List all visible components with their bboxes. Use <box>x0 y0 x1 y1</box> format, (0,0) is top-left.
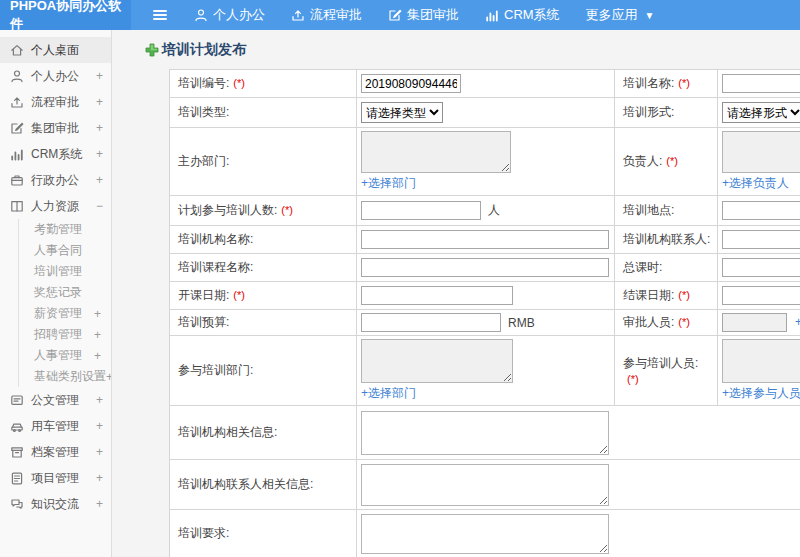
sidebar-item-label: 公文管理 <box>31 392 79 409</box>
sidebar-item-基础类别设置[interactable]: 基础类别设置+ <box>18 366 111 387</box>
required-mark: (*) <box>233 77 245 89</box>
training-number-field-cell <box>357 70 615 98</box>
training-requirements-label: 培训要求: <box>170 510 357 557</box>
expand-plus-icon: + <box>94 307 101 321</box>
form-row: 培训机构相关信息: <box>170 406 800 460</box>
sidebar-item-行政办公[interactable]: 行政办公+ <box>0 167 111 193</box>
training-name-input[interactable] <box>722 74 800 93</box>
participating-departments-picker-link[interactable]: +选择部门 <box>361 385 416 402</box>
nav-item-集团审批[interactable]: 集团审批 <box>375 0 472 30</box>
sidebar-item-知识交流[interactable]: 知识交流+ <box>0 491 111 517</box>
form-row: 培训机构联系人相关信息: <box>170 460 800 510</box>
approver-picker-link[interactable]: +选择审批人员 <box>795 315 800 329</box>
host-department-field-cell: +选择部门 <box>357 128 615 196</box>
training-location-label: 培训地点: <box>615 196 718 226</box>
form-row: 培训编号:(*)培训名称:(*) <box>170 70 800 98</box>
sidebar-item-人力资源[interactable]: 人力资源− <box>0 193 111 219</box>
sidebar-item-用车管理[interactable]: 用车管理+ <box>0 413 111 439</box>
org-name-field-cell <box>357 226 615 254</box>
form-row: 培训课程名称:总课时: <box>170 254 800 282</box>
course-name-label: 培训课程名称: <box>170 254 357 282</box>
expand-plus-icon: + <box>96 393 103 407</box>
training-type-select[interactable]: 请选择类型 <box>361 102 443 123</box>
sidebar-item-个人办公[interactable]: 个人办公+ <box>0 63 111 89</box>
budget-field-cell: RMB <box>357 310 615 336</box>
sidebar-item-档案管理[interactable]: 档案管理+ <box>0 439 111 465</box>
training-location-input[interactable] <box>722 201 800 220</box>
start-date-input[interactable] <box>361 286 513 305</box>
sidebar-item-个人桌面[interactable]: 个人桌面 <box>0 37 111 63</box>
training-location-field-cell <box>718 196 800 226</box>
flow-icon <box>10 95 24 109</box>
org-contact-input[interactable] <box>722 230 800 249</box>
training-form-select[interactable]: 请选择形式 <box>722 102 800 123</box>
budget-unit-label: RMB <box>508 316 535 330</box>
org-info-label: 培训机构相关信息: <box>170 406 357 460</box>
sidebar-item-培训管理[interactable]: 培训管理 <box>18 261 111 282</box>
planned-participants-input[interactable] <box>361 201 481 220</box>
participants-textarea[interactable] <box>722 339 800 383</box>
total-hours-label: 总课时: <box>615 254 718 282</box>
edit-icon <box>388 8 402 22</box>
briefcase-icon <box>10 173 24 187</box>
leader-textarea[interactable] <box>722 131 800 173</box>
end-date-input[interactable] <box>722 286 800 305</box>
expand-plus-icon: + <box>96 147 103 161</box>
leader-picker-link[interactable]: +选择负责人 <box>722 175 789 192</box>
sidebar-item-label: 个人桌面 <box>31 42 79 59</box>
training-requirements-textarea[interactable] <box>361 514 609 554</box>
sidebar-item-label: 招聘管理 <box>34 326 82 343</box>
sidebar-item-label: 档案管理 <box>31 444 79 461</box>
org-name-label: 培训机构名称: <box>170 226 357 254</box>
approver-input[interactable] <box>722 313 787 332</box>
total-hours-input[interactable] <box>722 258 800 277</box>
expand-plus-icon: + <box>96 471 103 485</box>
sidebar-item-流程审批[interactable]: 流程审批+ <box>0 89 111 115</box>
main-content: 培训计划发布 培训编号:(*)培训名称:(*)培训类型:请选择类型培训形式:请选… <box>112 30 800 557</box>
nav-item-更多应用[interactable]: 更多应用▼ <box>573 0 668 30</box>
org-name-input[interactable] <box>361 230 609 249</box>
hamburger-menu-icon[interactable] <box>131 0 181 30</box>
sidebar-item-人事管理[interactable]: 人事管理+ <box>18 345 111 366</box>
course-name-input[interactable] <box>361 258 609 277</box>
course-name-field-cell <box>357 254 615 282</box>
org-contact-field-cell <box>718 226 800 254</box>
sidebar-item-人事合同[interactable]: 人事合同 <box>18 240 111 261</box>
budget-input[interactable] <box>361 313 501 332</box>
planned-participants-field-cell: 人 <box>357 196 615 226</box>
org-contact-info-label: 培训机构联系人相关信息: <box>170 460 357 510</box>
participating-departments-textarea[interactable] <box>361 339 513 383</box>
sidebar-item-薪资管理[interactable]: 薪资管理+ <box>18 303 111 324</box>
sidebar-item-label: 流程审批 <box>31 94 79 111</box>
sidebar-item-集团审批[interactable]: 集团审批+ <box>0 115 111 141</box>
org-info-textarea[interactable] <box>361 411 609 455</box>
sidebar-item-奖惩记录[interactable]: 奖惩记录 <box>18 282 111 303</box>
expand-plus-icon: + <box>96 497 103 511</box>
nav-item-label: 流程审批 <box>310 6 362 24</box>
expand-plus-icon: + <box>96 419 103 433</box>
participants-picker-link[interactable]: +选择参与人员 <box>722 385 800 402</box>
nav-item-个人办公[interactable]: 个人办公 <box>181 0 278 30</box>
training-number-input[interactable] <box>361 74 461 93</box>
nav-item-CRM系统[interactable]: CRM系统 <box>472 0 573 30</box>
form-row: 主办部门:+选择部门负责人:(*)+选择负责人 <box>170 128 800 196</box>
sidebar: 个人桌面个人办公+流程审批+集团审批+CRM系统+行政办公+人力资源−考勤管理人… <box>0 30 112 557</box>
collapse-minus-icon: − <box>96 199 103 213</box>
expand-plus-icon: + <box>96 173 103 187</box>
host-department-picker-link[interactable]: +选择部门 <box>361 175 416 192</box>
sidebar-item-项目管理[interactable]: 项目管理+ <box>0 465 111 491</box>
nav-item-流程审批[interactable]: 流程审批 <box>278 0 375 30</box>
required-mark: (*) <box>678 289 690 301</box>
host-department-textarea[interactable] <box>361 131 511 173</box>
required-mark: (*) <box>666 155 678 167</box>
sidebar-item-招聘管理[interactable]: 招聘管理+ <box>18 324 111 345</box>
sidebar-item-label: 人事管理 <box>34 347 82 364</box>
nav-item-label: 更多应用 <box>586 6 638 24</box>
top-header: PHPOA协同办公软件 个人办公流程审批集团审批CRM系统更多应用▼ <box>0 0 800 30</box>
sidebar-item-label: CRM系统 <box>31 146 82 163</box>
org-contact-info-textarea[interactable] <box>361 464 609 506</box>
sidebar-item-公文管理[interactable]: 公文管理+ <box>0 387 111 413</box>
sidebar-item-考勤管理[interactable]: 考勤管理 <box>18 219 111 240</box>
sidebar-item-CRM系统[interactable]: CRM系统+ <box>0 141 111 167</box>
total-hours-field-cell <box>718 254 800 282</box>
